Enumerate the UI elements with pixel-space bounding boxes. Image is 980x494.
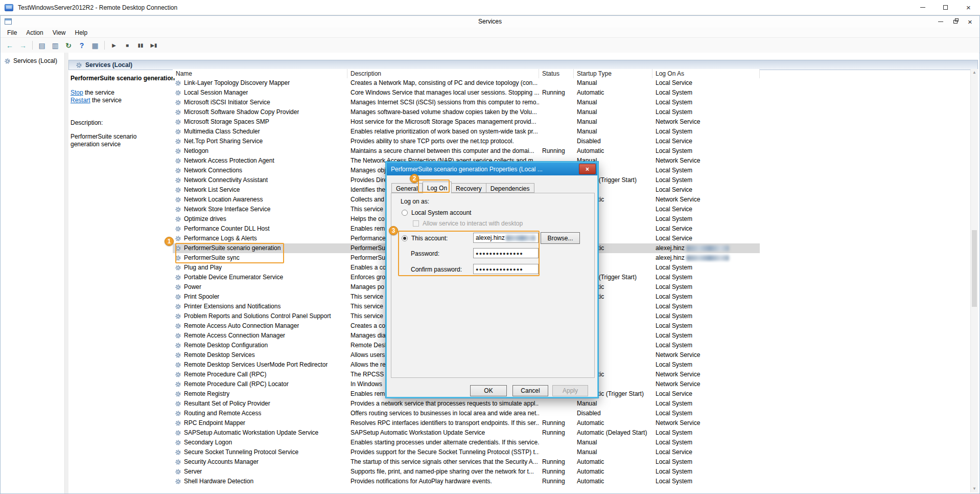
column-header-status[interactable]: Status bbox=[539, 69, 574, 78]
service-row[interactable]: Secure Socket Tunneling Protocol Service… bbox=[173, 447, 760, 457]
dialog-titlebar[interactable]: PerformerSuite scenario generation Prope… bbox=[387, 163, 597, 175]
export-list-button[interactable]: ▥ bbox=[49, 39, 61, 51]
tree-node-services-local[interactable]: Services (Local) bbox=[4, 57, 64, 64]
service-status-cell bbox=[539, 438, 574, 447]
dialog-close-button[interactable]: × bbox=[579, 164, 596, 174]
stop-service-link[interactable]: Stop bbox=[71, 89, 83, 96]
service-row[interactable]: Resultant Set of Policy ProviderProvides… bbox=[173, 399, 760, 409]
service-row[interactable]: Routing and Remote AccessOffers routing … bbox=[173, 409, 760, 418]
restart-service-link[interactable]: Restart bbox=[71, 97, 90, 104]
service-row[interactable]: Local Session ManagerCore Windows Servic… bbox=[173, 88, 760, 98]
service-logon-cell: Local System bbox=[652, 399, 760, 409]
rdp-minimize-button[interactable] bbox=[911, 0, 934, 15]
service-name-text: Microsoft iSCSI Initiator Service bbox=[184, 98, 270, 107]
tab-recovery[interactable]: Recovery bbox=[452, 183, 486, 193]
service-row[interactable]: Microsoft Storage Spaces SMPHost service… bbox=[173, 117, 760, 127]
help-button[interactable]: ? bbox=[76, 39, 88, 51]
service-name-cell: SAPSetup Automatic Workstation Update Se… bbox=[173, 428, 347, 438]
service-name-text: Portable Device Enumerator Service bbox=[184, 273, 283, 282]
service-row[interactable]: ServerSupports file, print, and named-pi… bbox=[173, 467, 760, 477]
column-header-name[interactable]: Name bbox=[173, 69, 347, 78]
service-startup-type-cell: Manual bbox=[574, 98, 652, 107]
pause-service-button[interactable]: ▮▮ bbox=[134, 39, 147, 51]
forward-button[interactable]: → bbox=[17, 39, 29, 51]
service-status-cell: Running bbox=[539, 146, 574, 156]
stop-service-button[interactable]: ■ bbox=[121, 39, 133, 51]
logon-as-text: Local System bbox=[656, 274, 692, 281]
service-status-cell bbox=[539, 399, 574, 409]
service-name-text: Security Accounts Manager bbox=[184, 457, 259, 467]
service-gear-icon bbox=[175, 430, 181, 436]
password-input[interactable]: ●●●●●●●●●●●●●● bbox=[473, 248, 539, 258]
list-vertical-scrollbar[interactable]: ▲ ▼ bbox=[970, 69, 978, 492]
menu-file[interactable]: File bbox=[3, 28, 21, 37]
service-name-text: Printer Extensions and Notifications bbox=[184, 302, 281, 311]
service-startup-type-cell: Automatic bbox=[574, 418, 652, 428]
confirm-password-input[interactable]: ●●●●●●●●●●●●●● bbox=[473, 264, 539, 274]
service-name-text: Network List Service bbox=[184, 185, 240, 195]
scrollbar-thumb[interactable] bbox=[972, 230, 977, 307]
radio-this-account[interactable] bbox=[402, 235, 408, 241]
service-row[interactable]: Microsoft Software Shadow Copy ProviderM… bbox=[173, 107, 760, 117]
properties-window-button[interactable]: ▦ bbox=[89, 39, 101, 51]
service-name-cell: Remote Desktop Configuration bbox=[173, 341, 347, 350]
local-system-account-option[interactable]: Local System account bbox=[402, 209, 471, 216]
show-console-tree-button[interactable]: ▤ bbox=[36, 39, 48, 51]
browse-button[interactable]: Browse... bbox=[541, 232, 580, 244]
menu-action[interactable]: Action bbox=[21, 28, 48, 37]
service-logon-cell: Local Service bbox=[652, 185, 760, 195]
service-row[interactable]: Security Accounts ManagerThe startup of … bbox=[173, 457, 760, 467]
service-name-cell: Remote Procedure Call (RPC) Locator bbox=[173, 379, 347, 389]
scroll-down-icon[interactable]: ▼ bbox=[971, 485, 978, 492]
service-name-cell: Multimedia Class Scheduler bbox=[173, 127, 347, 137]
tab-log-on[interactable]: Log On bbox=[423, 182, 452, 193]
service-gear-icon bbox=[175, 245, 181, 252]
service-row[interactable]: Multimedia Class SchedulerEnables relati… bbox=[173, 127, 760, 137]
rdp-close-button[interactable]: × bbox=[957, 0, 980, 15]
service-name-text: Plug and Play bbox=[184, 263, 222, 273]
service-row[interactable]: RPC Endpoint MapperResolves RPC interfac… bbox=[173, 418, 760, 428]
column-header-log-on-as[interactable]: Log On As bbox=[652, 69, 760, 78]
refresh-button[interactable]: ↻ bbox=[62, 39, 75, 51]
service-name-cell: Problem Reports and Solutions Control Pa… bbox=[173, 311, 347, 321]
service-row[interactable]: Net.Tcp Port Sharing ServiceProvides abi… bbox=[173, 137, 760, 146]
ok-button[interactable]: OK bbox=[470, 385, 507, 396]
services-close-button[interactable]: × bbox=[963, 16, 977, 27]
menu-help[interactable]: Help bbox=[71, 28, 92, 37]
tab-dependencies[interactable]: Dependencies bbox=[486, 183, 534, 193]
service-name-cell: Network Access Protection Agent bbox=[173, 156, 347, 166]
services-restore-button[interactable] bbox=[948, 16, 963, 27]
tab-general[interactable]: General bbox=[391, 183, 423, 193]
service-logon-cell: Local System bbox=[652, 457, 760, 467]
column-header-description[interactable]: Description bbox=[347, 69, 539, 78]
service-row[interactable]: SAPSetup Automatic Workstation Update Se… bbox=[173, 428, 760, 438]
account-input[interactable]: alexej.hinz bbox=[473, 233, 539, 243]
service-row[interactable]: Microsoft iSCSI Initiator ServiceManages… bbox=[173, 98, 760, 107]
service-status-cell bbox=[539, 137, 574, 146]
scroll-up-icon[interactable]: ▲ bbox=[971, 69, 978, 76]
service-row[interactable]: Secondary LogonEnables starting processe… bbox=[173, 438, 760, 447]
column-header-startup-type[interactable]: Startup Type bbox=[574, 69, 652, 78]
service-name-text: SAPSetup Automatic Workstation Update Se… bbox=[184, 428, 318, 438]
service-row[interactable]: NetlogonMaintains a secure channel betwe… bbox=[173, 146, 760, 156]
back-button[interactable]: ← bbox=[4, 39, 16, 51]
redacted-account-text bbox=[686, 245, 729, 251]
service-logon-cell: Local Service bbox=[652, 137, 760, 146]
menu-view[interactable]: View bbox=[48, 28, 71, 37]
service-gear-icon bbox=[175, 80, 181, 86]
service-row[interactable]: Link-Layer Topology Discovery MapperCrea… bbox=[173, 78, 760, 88]
start-service-button[interactable]: ▶ bbox=[108, 39, 120, 51]
service-row[interactable]: Shell Hardware DetectionProvides notific… bbox=[173, 477, 760, 486]
rdp-maximize-button[interactable] bbox=[934, 0, 957, 15]
service-name-text: PerformerSuite scenario generation bbox=[184, 243, 281, 253]
cancel-button[interactable]: Cancel bbox=[512, 385, 548, 396]
export-list-icon: ▥ bbox=[52, 42, 58, 49]
restart-service-button[interactable]: ▶▮ bbox=[148, 39, 160, 51]
this-account-option[interactable]: This account: bbox=[402, 235, 448, 242]
service-name-text: Power bbox=[184, 282, 201, 292]
service-logon-cell: Network Service bbox=[652, 195, 760, 205]
service-name-cell: Network Connectivity Assistant bbox=[173, 175, 347, 185]
radio-local-system[interactable] bbox=[402, 210, 408, 216]
services-minimize-button[interactable] bbox=[933, 16, 948, 27]
service-description-cell: Host service for the Microsoft Storage S… bbox=[347, 117, 539, 127]
